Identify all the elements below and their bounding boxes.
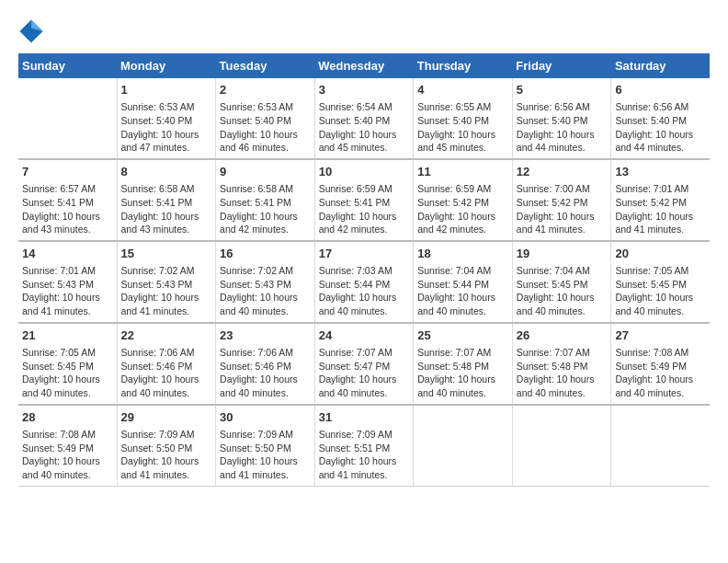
day-number: 6 [615, 82, 706, 98]
calendar-cell: 16Sunrise: 7:02 AM Sunset: 5:43 PM Dayli… [216, 241, 315, 323]
day-number: 28 [22, 409, 113, 426]
day-number: 27 [615, 327, 706, 344]
calendar-week-row: 14Sunrise: 7:01 AM Sunset: 5:43 PM Dayli… [18, 241, 710, 323]
day-content: Sunrise: 7:06 AM Sunset: 5:46 PM Dayligh… [220, 346, 311, 400]
day-number: 25 [417, 327, 508, 344]
day-content: Sunrise: 7:08 AM Sunset: 5:49 PM Dayligh… [615, 346, 706, 400]
day-number: 19 [517, 246, 608, 262]
calendar-cell: 28Sunrise: 7:08 AM Sunset: 5:49 PM Dayli… [18, 405, 117, 486]
day-content: Sunrise: 6:53 AM Sunset: 5:40 PM Dayligh… [220, 100, 311, 155]
day-content: Sunrise: 6:53 AM Sunset: 5:40 PM Dayligh… [121, 100, 212, 155]
day-content: Sunrise: 7:02 AM Sunset: 5:43 PM Dayligh… [121, 264, 212, 318]
logo [18, 18, 48, 44]
calendar-cell: 3Sunrise: 6:54 AM Sunset: 5:40 PM Daylig… [314, 78, 414, 159]
day-content: Sunrise: 7:07 AM Sunset: 5:48 PM Dayligh… [417, 346, 508, 400]
calendar-cell [512, 405, 611, 486]
day-number: 24 [319, 327, 410, 344]
weekday-header: Thursday [414, 53, 513, 78]
day-number: 29 [121, 409, 212, 426]
day-number: 15 [121, 246, 212, 262]
weekday-header: Monday [117, 53, 216, 78]
day-content: Sunrise: 7:07 AM Sunset: 5:48 PM Dayligh… [517, 346, 608, 400]
day-number: 13 [615, 164, 706, 180]
day-content: Sunrise: 7:05 AM Sunset: 5:45 PM Dayligh… [22, 346, 113, 400]
calendar-cell: 18Sunrise: 7:04 AM Sunset: 5:44 PM Dayli… [414, 241, 513, 323]
calendar-header-row: SundayMondayTuesdayWednesdayThursdayFrid… [18, 53, 710, 78]
day-content: Sunrise: 7:00 AM Sunset: 5:42 PM Dayligh… [517, 182, 608, 236]
day-number: 23 [220, 327, 311, 344]
calendar-cell: 24Sunrise: 7:07 AM Sunset: 5:47 PM Dayli… [314, 323, 414, 405]
calendar-cell: 15Sunrise: 7:02 AM Sunset: 5:43 PM Dayli… [117, 241, 216, 323]
calendar-cell: 7Sunrise: 6:57 AM Sunset: 5:41 PM Daylig… [18, 159, 117, 241]
day-content: Sunrise: 6:57 AM Sunset: 5:41 PM Dayligh… [22, 182, 113, 236]
calendar-cell: 25Sunrise: 7:07 AM Sunset: 5:48 PM Dayli… [414, 323, 513, 405]
day-number: 10 [319, 164, 410, 180]
calendar-cell: 21Sunrise: 7:05 AM Sunset: 5:45 PM Dayli… [18, 323, 117, 405]
calendar-cell: 17Sunrise: 7:03 AM Sunset: 5:44 PM Dayli… [314, 241, 414, 323]
day-number: 7 [22, 164, 113, 180]
day-content: Sunrise: 7:06 AM Sunset: 5:46 PM Dayligh… [121, 346, 212, 400]
day-content: Sunrise: 6:56 AM Sunset: 5:40 PM Dayligh… [517, 100, 608, 155]
calendar-cell: 19Sunrise: 7:04 AM Sunset: 5:45 PM Dayli… [512, 241, 611, 323]
weekday-header: Tuesday [216, 53, 315, 78]
calendar-week-row: 1Sunrise: 6:53 AM Sunset: 5:40 PM Daylig… [18, 78, 710, 159]
calendar-cell: 9Sunrise: 6:58 AM Sunset: 5:41 PM Daylig… [216, 159, 315, 241]
calendar-cell: 1Sunrise: 6:53 AM Sunset: 5:40 PM Daylig… [117, 78, 216, 159]
calendar-cell: 11Sunrise: 6:59 AM Sunset: 5:42 PM Dayli… [414, 159, 513, 241]
day-content: Sunrise: 7:07 AM Sunset: 5:47 PM Dayligh… [319, 346, 410, 400]
day-content: Sunrise: 7:01 AM Sunset: 5:42 PM Dayligh… [615, 182, 706, 236]
day-content: Sunrise: 7:09 AM Sunset: 5:50 PM Dayligh… [121, 428, 212, 482]
calendar-cell: 10Sunrise: 6:59 AM Sunset: 5:41 PM Dayli… [314, 159, 414, 241]
weekday-header: Friday [512, 53, 611, 78]
calendar-cell: 23Sunrise: 7:06 AM Sunset: 5:46 PM Dayli… [216, 323, 315, 405]
day-number: 8 [121, 164, 212, 180]
day-number: 17 [319, 246, 410, 262]
day-content: Sunrise: 7:05 AM Sunset: 5:45 PM Dayligh… [615, 264, 706, 318]
calendar-cell: 26Sunrise: 7:07 AM Sunset: 5:48 PM Dayli… [512, 323, 611, 405]
calendar-cell: 4Sunrise: 6:55 AM Sunset: 5:40 PM Daylig… [414, 78, 513, 159]
day-number: 2 [220, 82, 311, 98]
day-number: 31 [319, 409, 410, 426]
calendar-cell: 31Sunrise: 7:09 AM Sunset: 5:51 PM Dayli… [314, 405, 414, 486]
calendar-cell [18, 78, 117, 159]
calendar-cell: 12Sunrise: 7:00 AM Sunset: 5:42 PM Dayli… [512, 159, 611, 241]
calendar-table: SundayMondayTuesdayWednesdayThursdayFrid… [18, 53, 710, 487]
day-number: 18 [417, 246, 508, 262]
day-content: Sunrise: 7:03 AM Sunset: 5:44 PM Dayligh… [319, 264, 410, 318]
day-content: Sunrise: 7:08 AM Sunset: 5:49 PM Dayligh… [22, 428, 113, 482]
day-number: 5 [517, 82, 608, 98]
day-number: 1 [121, 82, 212, 98]
calendar-cell: 27Sunrise: 7:08 AM Sunset: 5:49 PM Dayli… [611, 323, 710, 405]
day-content: Sunrise: 7:09 AM Sunset: 5:51 PM Dayligh… [319, 428, 410, 482]
day-content: Sunrise: 6:58 AM Sunset: 5:41 PM Dayligh… [220, 182, 311, 236]
day-content: Sunrise: 6:59 AM Sunset: 5:42 PM Dayligh… [417, 182, 508, 236]
day-number: 16 [220, 246, 311, 262]
day-number: 9 [220, 164, 311, 180]
day-content: Sunrise: 6:58 AM Sunset: 5:41 PM Dayligh… [121, 182, 212, 236]
day-number: 26 [517, 327, 608, 344]
day-content: Sunrise: 7:04 AM Sunset: 5:45 PM Dayligh… [517, 264, 608, 318]
day-number: 11 [417, 164, 508, 180]
calendar-cell: 20Sunrise: 7:05 AM Sunset: 5:45 PM Dayli… [611, 241, 710, 323]
day-number: 3 [319, 82, 410, 98]
day-content: Sunrise: 7:01 AM Sunset: 5:43 PM Dayligh… [22, 264, 113, 318]
calendar-cell: 8Sunrise: 6:58 AM Sunset: 5:41 PM Daylig… [117, 159, 216, 241]
calendar-cell: 2Sunrise: 6:53 AM Sunset: 5:40 PM Daylig… [216, 78, 315, 159]
calendar-cell [414, 405, 513, 486]
calendar-cell: 30Sunrise: 7:09 AM Sunset: 5:50 PM Dayli… [216, 405, 315, 486]
day-number: 20 [615, 246, 706, 262]
day-content: Sunrise: 6:54 AM Sunset: 5:40 PM Dayligh… [319, 100, 410, 155]
calendar-week-row: 7Sunrise: 6:57 AM Sunset: 5:41 PM Daylig… [18, 159, 710, 241]
weekday-header: Sunday [18, 53, 117, 78]
day-content: Sunrise: 7:04 AM Sunset: 5:44 PM Dayligh… [417, 264, 508, 318]
page-header [18, 18, 710, 44]
calendar-cell [611, 405, 710, 486]
day-content: Sunrise: 7:02 AM Sunset: 5:43 PM Dayligh… [220, 264, 311, 318]
calendar-cell: 6Sunrise: 6:56 AM Sunset: 5:40 PM Daylig… [611, 78, 710, 159]
day-number: 22 [121, 327, 212, 344]
calendar-body: 1Sunrise: 6:53 AM Sunset: 5:40 PM Daylig… [18, 78, 710, 486]
weekday-header: Saturday [611, 53, 710, 78]
day-number: 30 [220, 409, 311, 426]
day-content: Sunrise: 7:09 AM Sunset: 5:50 PM Dayligh… [220, 428, 311, 482]
day-content: Sunrise: 6:55 AM Sunset: 5:40 PM Dayligh… [417, 100, 508, 155]
